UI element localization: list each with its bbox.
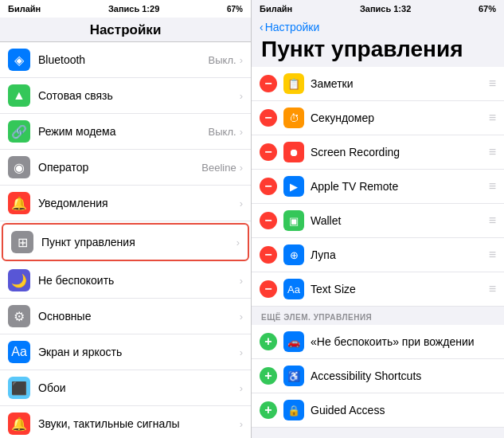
label-notifications: Уведомления (38, 197, 240, 209)
minus-btn-stopwatch[interactable]: − (260, 109, 277, 127)
right-icon-screen-recording: ⏺ (283, 142, 304, 162)
back-nav: ‹ Настройки (252, 18, 504, 35)
value-modem: Выкл. (209, 126, 236, 138)
more-icon-guided-access: 🔒 (283, 400, 304, 420)
label-do-not-disturb: Не беспокоить (38, 274, 240, 287)
chevron-wallpaper: › (240, 382, 243, 394)
right-item-wallet[interactable]: − ▣ Wallet ≡ (252, 204, 504, 238)
right-icon-wallet: ▣ (283, 210, 304, 231)
chevron-do-not-disturb: › (240, 275, 243, 287)
more-label-do-not-disturb-driving: «Не беспокоить» при вождении (311, 335, 496, 348)
right-panel: Билайн Запись 1:32 67% ‹ Настройки Пункт… (252, 0, 504, 438)
drag-apple-tv-remote[interactable]: ≡ (489, 179, 496, 194)
right-list: − 📋 Заметки ≡ − ⏱ Секундомер ≡ − ⏺ Scree… (252, 67, 504, 438)
icon-control-center: ⊞ (11, 231, 33, 253)
left-carrier: Билайн (8, 4, 41, 14)
back-button[interactable]: ‹ Настройки (260, 21, 319, 33)
right-status-bar: Билайн Запись 1:32 67% (252, 0, 504, 18)
left-status-bar: Билайн Запись 1:29 67% (0, 0, 251, 18)
label-operator: Оператор (38, 161, 201, 174)
icon-modem: 🔗 (8, 120, 30, 143)
back-label: Настройки (265, 21, 320, 33)
label-wallpaper: Обои (38, 381, 240, 394)
minus-btn-apple-tv-remote[interactable]: − (260, 178, 277, 195)
more-items-section: + 🚗 «Не беспокоить» при вождении + ♿ Acc… (252, 325, 504, 428)
right-more-items: + 🚗 «Не беспокоить» при вождении + ♿ Acc… (252, 325, 504, 428)
left-record: Запись 1:29 (108, 4, 159, 14)
settings-item-display[interactable]: Aa Экран и яркость › (0, 334, 251, 370)
icon-wallpaper: ⬛ (8, 377, 30, 399)
chevron-modem: › (240, 126, 243, 138)
drag-stopwatch[interactable]: ≡ (489, 111, 496, 125)
icon-notifications: 🔔 (8, 192, 30, 214)
right-label-wallet: Wallet (311, 214, 486, 227)
value-bluetooth: Выкл. (209, 54, 236, 66)
minus-btn-text-size[interactable]: − (260, 280, 277, 298)
plus-btn-guided-access[interactable]: + (260, 401, 277, 419)
right-icon-text-size: Aa (283, 279, 304, 299)
right-item-apple-tv-remote[interactable]: − ▶ Apple TV Remote ≡ (252, 170, 504, 204)
left-title: Настройки (90, 22, 162, 37)
more-item-do-not-disturb-driving[interactable]: + 🚗 «Не беспокоить» при вождении (252, 325, 504, 359)
right-active-items: − 📋 Заметки ≡ − ⏱ Секундомер ≡ − ⏺ Scree… (252, 67, 504, 307)
more-section-header: ЕЩЁ ЭЛЕМ. УПРАВЛЕНИЯ (252, 307, 504, 325)
minus-btn-magnifier[interactable]: − (260, 246, 277, 264)
settings-item-sounds[interactable]: 🔔 Звуки, тактильные сигналы › (0, 406, 251, 438)
icon-operator: ◉ (8, 156, 30, 178)
right-item-magnifier[interactable]: − ⊕ Лупа ≡ (252, 238, 504, 272)
right-icon-apple-tv-remote: ▶ (283, 176, 304, 197)
back-chevron: ‹ (260, 21, 264, 33)
icon-do-not-disturb: 🌙 (8, 269, 30, 291)
right-icon-stopwatch: ⏱ (283, 108, 304, 128)
settings-item-notifications[interactable]: 🔔 Уведомления › (0, 186, 251, 221)
drag-wallet[interactable]: ≡ (489, 213, 496, 228)
icon-bluetooth: ◈ (8, 49, 30, 71)
label-bluetooth: Bluetooth (38, 53, 209, 66)
right-item-notes[interactable]: − 📋 Заметки ≡ (252, 67, 504, 101)
label-general: Основные (38, 310, 240, 323)
drag-notes[interactable]: ≡ (489, 76, 496, 91)
active-items-section: − 📋 Заметки ≡ − ⏱ Секундомер ≡ − ⏺ Scree… (252, 67, 504, 307)
chevron-general: › (240, 311, 243, 323)
chevron-display: › (240, 346, 243, 358)
chevron-operator: › (240, 162, 243, 174)
value-operator: Beeline (201, 162, 236, 174)
minus-btn-wallet[interactable]: − (260, 212, 277, 229)
settings-item-operator[interactable]: ◉ Оператор Beeline › (0, 150, 251, 186)
minus-btn-screen-recording[interactable]: − (260, 143, 277, 161)
drag-magnifier[interactable]: ≡ (489, 248, 496, 262)
drag-text-size[interactable]: ≡ (489, 282, 496, 296)
settings-item-cellular[interactable]: ▲ Сотовая связь › (0, 78, 251, 114)
more-label-guided-access: Guided Access (311, 404, 496, 416)
right-label-stopwatch: Секундомер (311, 111, 486, 124)
right-label-apple-tv-remote: Apple TV Remote (311, 180, 486, 193)
drag-screen-recording[interactable]: ≡ (489, 145, 496, 159)
settings-list: ◈ Bluetooth Выкл. › ▲ Сотовая связь › 🔗 … (0, 42, 251, 438)
more-icon-do-not-disturb-driving: 🚗 (283, 331, 304, 352)
settings-item-do-not-disturb[interactable]: 🌙 Не беспокоить › (0, 263, 251, 299)
settings-item-general[interactable]: ⚙ Основные › (0, 299, 251, 334)
left-nav-title: Настройки (0, 18, 251, 42)
right-label-screen-recording: Screen Recording (311, 146, 486, 158)
right-item-stopwatch[interactable]: − ⏱ Секундомер ≡ (252, 101, 504, 135)
more-item-accessibility-shortcuts[interactable]: + ♿ Accessibility Shortcuts (252, 359, 504, 393)
right-icon-magnifier: ⊕ (283, 244, 304, 265)
settings-item-modem[interactable]: 🔗 Режим модема Выкл. › (0, 114, 251, 150)
chevron-sounds: › (240, 418, 243, 430)
icon-general: ⚙ (8, 305, 30, 327)
right-item-screen-recording[interactable]: − ⏺ Screen Recording ≡ (252, 135, 504, 170)
settings-item-wallpaper[interactable]: ⬛ Обои › (0, 370, 251, 406)
plus-btn-accessibility-shortcuts[interactable]: + (260, 367, 277, 385)
left-panel: Билайн Запись 1:29 67% Настройки ◈ Bluet… (0, 0, 252, 438)
icon-cellular: ▲ (8, 84, 30, 107)
minus-btn-notes[interactable]: − (260, 75, 277, 92)
right-label-notes: Заметки (311, 77, 486, 90)
icon-display: Aa (8, 341, 30, 363)
plus-btn-do-not-disturb-driving[interactable]: + (260, 333, 277, 350)
right-label-text-size: Text Size (311, 283, 486, 295)
right-icon-notes: 📋 (283, 73, 304, 94)
settings-item-control-center[interactable]: ⊞ Пункт управления › (2, 223, 249, 261)
more-item-guided-access[interactable]: + 🔒 Guided Access (252, 393, 504, 428)
settings-item-bluetooth[interactable]: ◈ Bluetooth Выкл. › (0, 42, 251, 78)
right-item-text-size[interactable]: − Aa Text Size ≡ (252, 272, 504, 307)
